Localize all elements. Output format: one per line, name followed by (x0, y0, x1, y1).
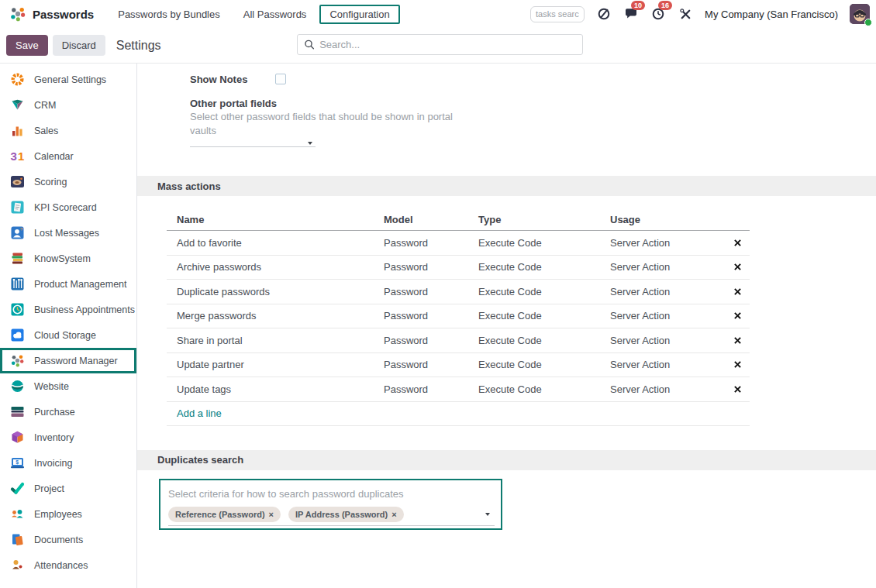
table-row[interactable]: Share in portal Password Execute Code Se… (167, 328, 750, 353)
duplicates-search-section-header: Duplicates search (137, 450, 876, 470)
sidebar-item-invoicing[interactable]: $ Invoicing (0, 450, 136, 476)
chevron-down-icon (308, 142, 312, 145)
app-title[interactable]: Passwords (33, 8, 94, 21)
sidebar-item-label: Cloud Storage (34, 330, 96, 341)
remove-row-button[interactable] (734, 386, 741, 393)
sidebar-item-employees[interactable]: Employees (0, 501, 136, 527)
cell-name: Update tags (167, 383, 384, 395)
column-header-model[interactable]: Model (384, 214, 478, 225)
sidebar-item-kpi-scorecard[interactable]: KPI Scorecard (0, 194, 136, 220)
sidebar-item-label: Business Appointments (34, 304, 135, 315)
settings-search-box[interactable] (297, 34, 583, 55)
messages-badge: 10 (631, 1, 645, 10)
cell-model: Password (384, 286, 478, 297)
duplicates-search-title: Duplicates search (157, 454, 243, 466)
remove-tag-icon[interactable]: × (269, 510, 274, 519)
sidebar-item-purchase[interactable]: Purchase (0, 399, 136, 425)
gear-icon (10, 72, 25, 87)
sidebar-item-crm[interactable]: CRM (0, 92, 136, 118)
x-icon (734, 263, 741, 270)
x-icon (734, 288, 741, 295)
sidebar-item-attendances[interactable]: Attendances (0, 552, 136, 578)
svg-text:1: 1 (18, 150, 24, 163)
sidebar-item-label: Product Management (34, 279, 127, 290)
sidebar-item-documents[interactable]: Documents (0, 527, 136, 552)
tasks-search-input[interactable] (530, 6, 585, 22)
debug-tools-button[interactable] (678, 6, 693, 22)
table-row[interactable]: Archive passwords Password Execute Code … (167, 256, 750, 280)
employees-icon (10, 507, 25, 521)
tag-ip-address-password[interactable]: IP Address (Password) × (288, 507, 404, 522)
remove-row-button[interactable] (734, 337, 741, 344)
x-icon (734, 239, 741, 246)
settings-sidebar: General Settings CRM Sales 31 Calendar S… (0, 64, 137, 588)
tag-label: IP Address (Password) (295, 510, 388, 519)
cell-model: Password (384, 261, 478, 273)
sidebar-item-label: Password Manager (34, 356, 118, 366)
settings-content: Show Notes Other portal fields Select ot… (137, 64, 876, 588)
column-header-name[interactable]: Name (167, 214, 384, 225)
column-header-usage[interactable]: Usage (610, 214, 725, 225)
remove-row-button[interactable] (734, 263, 741, 270)
passwords-app-logo-icon[interactable] (9, 5, 26, 22)
messages-button[interactable]: 10 (623, 6, 639, 22)
table-row[interactable]: Update tags Password Execute Code Server… (167, 377, 750, 402)
chevron-down-icon[interactable] (485, 513, 490, 516)
sidebar-item-label: KnowSystem (34, 253, 91, 264)
online-status-dot (864, 19, 872, 26)
remove-tag-icon[interactable]: × (391, 510, 396, 519)
column-header-type[interactable]: Type (478, 214, 610, 225)
duplicates-criteria-help: Select criteria for how to search passwo… (168, 487, 491, 501)
nav-item-configuration[interactable]: Configuration (319, 5, 399, 24)
cell-model: Password (384, 383, 478, 395)
duplicates-criteria-tags-input[interactable]: Reference (Password) × IP Address (Passw… (168, 507, 495, 526)
cell-type: Execute Code (478, 237, 610, 249)
sidebar-item-website[interactable]: Website (0, 373, 136, 399)
cell-usage: Server Action (610, 261, 725, 273)
remove-row-button[interactable] (734, 312, 741, 319)
remove-row-button[interactable] (734, 361, 741, 368)
presence-button[interactable] (596, 6, 612, 22)
user-menu[interactable]: My Company (San Francisco) (705, 9, 838, 20)
nav-item-passwords-by-bundles[interactable]: Passwords by Bundles (108, 5, 230, 24)
sidebar-item-product-management[interactable]: Product Management (0, 271, 136, 297)
sidebar-item-project[interactable]: Project (0, 476, 136, 501)
other-portal-fields-help: Select other password fields that should… (190, 110, 457, 138)
sidebar-item-lost-messages[interactable]: ? Lost Messages (0, 220, 136, 246)
add-a-line-link[interactable]: Add a line (177, 407, 222, 419)
sidebar-item-password-manager[interactable]: Password Manager (0, 348, 136, 373)
activities-button[interactable]: 16 (650, 6, 666, 22)
discard-button[interactable]: Discard (53, 35, 105, 56)
sidebar-item-calendar[interactable]: 31 Calendar (0, 143, 136, 169)
sidebar-item-knowsystem[interactable]: KnowSystem (0, 246, 136, 271)
sidebar-item-label: Website (34, 381, 69, 392)
table-row[interactable]: Add to favorite Password Execute Code Se… (167, 231, 750, 256)
nav-item-all-passwords[interactable]: All Passwords (233, 5, 317, 24)
sidebar-item-cloud-storage[interactable]: Cloud Storage (0, 322, 136, 348)
table-row[interactable]: Update partner Password Execute Code Ser… (167, 353, 750, 378)
avatar[interactable] (850, 4, 870, 24)
sidebar-item-sales[interactable]: Sales (0, 118, 136, 143)
sidebar-item-inventory[interactable]: Inventory (0, 425, 136, 450)
remove-row-button[interactable] (734, 288, 741, 295)
scoring-icon (10, 174, 25, 189)
website-globe-icon (10, 379, 25, 394)
purchase-icon (10, 404, 25, 419)
save-button[interactable]: Save (6, 35, 48, 56)
settings-search-input[interactable] (319, 39, 576, 50)
tools-icon (679, 8, 692, 21)
sidebar-item-general-settings[interactable]: General Settings (0, 67, 136, 92)
invoicing-icon: $ (10, 456, 25, 470)
sidebar-item-business-appointments[interactable]: Business Appointments (0, 297, 136, 322)
other-portal-fields-dropdown[interactable] (190, 138, 316, 147)
table-row[interactable]: Duplicate passwords Password Execute Cod… (167, 280, 750, 304)
sidebar-item-scoring[interactable]: Scoring (0, 169, 136, 194)
password-paw-icon (10, 353, 25, 368)
cell-type: Execute Code (478, 286, 610, 297)
sidebar-item-label: Calendar (34, 151, 74, 162)
tag-reference-password[interactable]: Reference (Password) × (168, 507, 281, 522)
show-notes-checkbox[interactable] (275, 74, 286, 84)
cell-name: Update partner (167, 359, 384, 370)
table-row[interactable]: Merge passwords Password Execute Code Se… (167, 304, 750, 329)
remove-row-button[interactable] (734, 239, 741, 246)
